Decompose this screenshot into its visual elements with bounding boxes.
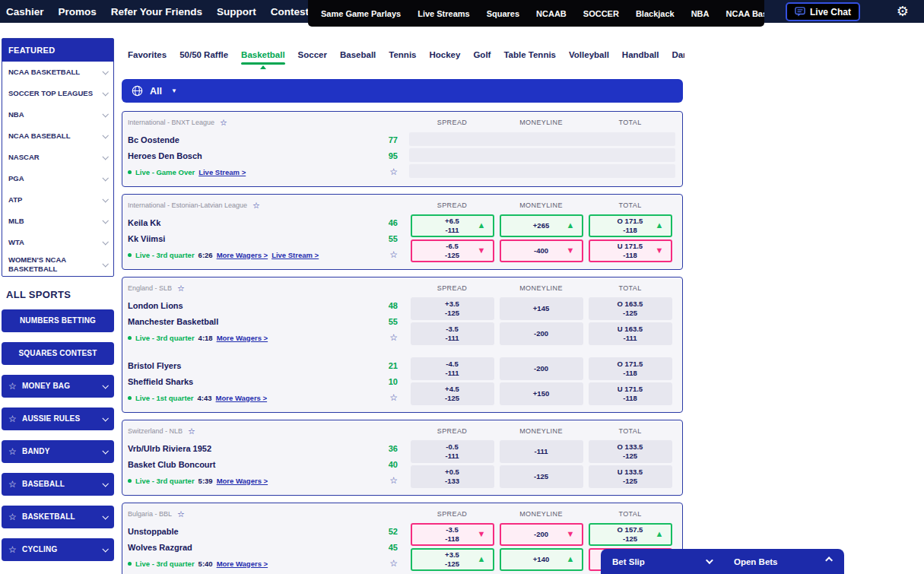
sidebar-item-ncaa-baseball[interactable]: NCAA BASEBALL bbox=[2, 125, 113, 147]
nav-cashier[interactable]: Cashier bbox=[6, 6, 44, 17]
odds-cell[interactable]: -400 bbox=[500, 239, 583, 262]
sidebar-item-womens-ncaa-basketball[interactable]: WOMEN'S NCAA BASKETBALL bbox=[2, 253, 113, 276]
odds-cell[interactable]: O 171.5-118 bbox=[589, 357, 672, 380]
nav-support[interactable]: Support bbox=[217, 6, 256, 17]
odds-cell[interactable]: -200 bbox=[500, 357, 583, 380]
tab-golf[interactable]: Golf bbox=[473, 50, 491, 59]
odds-cell[interactable]: O 163.5-125 bbox=[589, 297, 672, 320]
odds-cell[interactable]: -200 bbox=[500, 322, 583, 345]
sidebar-item-atp[interactable]: ATP bbox=[2, 189, 113, 211]
odds-cell[interactable]: U 171.5-118 bbox=[589, 239, 672, 262]
odds-cell[interactable]: O 133.5-125 bbox=[589, 440, 672, 463]
subnav-same-game-parlays[interactable]: Same Game Parlays bbox=[321, 9, 401, 18]
odds-cell[interactable]: +4.5-125 bbox=[411, 382, 494, 405]
favorite-star-icon[interactable]: ☆ bbox=[389, 332, 398, 343]
favorite-star-icon[interactable]: ☆ bbox=[188, 427, 195, 436]
sidebar-item-ncaa-basketball[interactable]: NCAA BASKETBALL bbox=[2, 62, 113, 83]
sidebar-item-nba[interactable]: NBA bbox=[2, 104, 113, 125]
subnav-live-streams[interactable]: Live Streams bbox=[418, 9, 469, 18]
odds-price: -118 bbox=[623, 251, 637, 260]
odds-cell[interactable]: O 171.5-118 bbox=[589, 214, 672, 237]
odds-cell[interactable]: +0.5-133 bbox=[411, 465, 494, 488]
favorite-star-icon[interactable]: ☆ bbox=[252, 201, 260, 211]
tab-darts[interactable]: Darts bbox=[672, 50, 684, 59]
odds-cell[interactable]: +3.5-125 bbox=[411, 548, 494, 571]
sidebar-button-cycling[interactable]: ☆CYCLING bbox=[2, 538, 114, 561]
nav-refer-your-friends[interactable]: Refer Your Friends bbox=[111, 6, 202, 17]
more-wagers-link[interactable]: More Wagers > bbox=[216, 394, 268, 402]
favorite-star-icon[interactable]: ☆ bbox=[220, 118, 227, 128]
sidebar-button-basketball[interactable]: ☆BASKETBALL bbox=[2, 506, 114, 528]
odds-cell[interactable]: -125 bbox=[500, 465, 583, 488]
tab-tennis[interactable]: Tennis bbox=[389, 50, 416, 59]
odds-price: -125 bbox=[445, 251, 459, 260]
more-wagers-link[interactable]: More Wagers > bbox=[217, 477, 268, 485]
tab-hockey[interactable]: Hockey bbox=[430, 50, 461, 59]
odds-cell[interactable]: +150 bbox=[500, 382, 583, 405]
favorite-star-icon[interactable]: ☆ bbox=[389, 475, 398, 486]
odds-cell[interactable]: -6.5-125 bbox=[411, 239, 494, 262]
sidebar-button-numbers-betting[interactable]: NUMBERS BETTING bbox=[2, 309, 114, 332]
favorite-star-icon[interactable]: ☆ bbox=[389, 249, 398, 260]
odds-cell[interactable]: -4.5-111 bbox=[411, 357, 494, 380]
odds-cell[interactable]: +3.5-125 bbox=[411, 297, 494, 320]
favorite-star-icon[interactable]: ☆ bbox=[177, 509, 185, 519]
sidebar-button-baseball[interactable]: ☆BASEBALL bbox=[2, 473, 114, 496]
nav-promos[interactable]: Promos bbox=[59, 6, 97, 17]
subnav-nba[interactable]: NBA bbox=[691, 9, 710, 18]
sidebar-item-wta[interactable]: WTA bbox=[2, 232, 113, 253]
more-wagers-link[interactable]: More Wagers > bbox=[217, 334, 268, 342]
odds-cell[interactable]: -0.5-111 bbox=[411, 440, 494, 463]
tab-5050-raffle[interactable]: 50/50 Raffle bbox=[179, 50, 228, 59]
more-wagers-link[interactable]: More Wagers > bbox=[217, 251, 268, 259]
odds-cell[interactable]: U 171.5-118 bbox=[589, 382, 672, 405]
odds-cell[interactable]: +265 bbox=[500, 214, 583, 237]
tab-handball[interactable]: Handball bbox=[622, 50, 659, 59]
sidebar-button-label: CYCLING bbox=[22, 545, 103, 553]
live-stream-link[interactable]: Live Stream > bbox=[271, 251, 319, 259]
odds-cell[interactable]: -3.5-118 bbox=[411, 523, 494, 546]
team-name: Keila Kk bbox=[128, 218, 160, 227]
subnav-soccer[interactable]: SOCCER bbox=[583, 9, 619, 18]
column-header-moneyline: MONEYLINE bbox=[497, 427, 586, 435]
sidebar-item-pga[interactable]: PGA bbox=[2, 168, 113, 189]
tab-table-tennis[interactable]: Table Tennis bbox=[503, 50, 556, 59]
sidebar-button-bandy[interactable]: ☆BANDY bbox=[2, 440, 114, 463]
sidebar-button-squares-contest[interactable]: SQUARES CONTEST bbox=[2, 342, 114, 365]
odds-cell[interactable]: O 157.5-125 bbox=[589, 523, 672, 546]
bet-slip-toggle[interactable]: Bet Slip bbox=[601, 549, 722, 574]
sidebar-button-money-bag[interactable]: ☆MONEY BAG bbox=[2, 375, 114, 398]
subnav-ncaab[interactable]: NCAAB bbox=[536, 9, 567, 18]
odds-cell[interactable]: -111 bbox=[500, 440, 583, 463]
odds-cell[interactable]: +6.5-111 bbox=[411, 214, 494, 237]
odds-cell[interactable]: U 163.5-111 bbox=[589, 322, 672, 345]
odds-cell[interactable]: -3.5-111 bbox=[411, 322, 494, 345]
odds-price: -125 bbox=[445, 394, 459, 403]
tab-soccer[interactable]: Soccer bbox=[298, 50, 327, 59]
tab-favorites[interactable]: Favorites bbox=[128, 50, 167, 59]
live-stream-link[interactable]: Live Stream > bbox=[198, 168, 246, 176]
open-bets-toggle[interactable]: Open Bets bbox=[722, 549, 844, 574]
subnav-squares[interactable]: Squares bbox=[487, 9, 519, 18]
more-wagers-link[interactable]: More Wagers > bbox=[217, 560, 268, 568]
odds-cell[interactable]: +140 bbox=[500, 548, 583, 571]
subnav-ncaa-baseball[interactable]: NCAA Baseball bbox=[726, 9, 765, 18]
tab-basketball[interactable]: Basketball bbox=[241, 50, 285, 59]
odds-cell[interactable]: +145 bbox=[500, 297, 583, 320]
tab-volleyball[interactable]: Volleyball bbox=[569, 50, 609, 59]
favorite-star-icon[interactable]: ☆ bbox=[389, 392, 398, 403]
tab-baseball[interactable]: Baseball bbox=[340, 50, 376, 59]
subnav-blackjack[interactable]: Blackjack bbox=[636, 9, 675, 18]
settings-gear-icon[interactable]: ⚙ bbox=[897, 3, 909, 20]
odds-cell[interactable]: U 133.5-125 bbox=[589, 465, 672, 488]
favorite-star-icon[interactable]: ☆ bbox=[177, 284, 185, 293]
live-chat-button[interactable]: Live Chat bbox=[786, 2, 860, 21]
favorite-star-icon[interactable]: ☆ bbox=[389, 166, 398, 177]
favorite-star-icon[interactable]: ☆ bbox=[389, 558, 398, 569]
sidebar-button-aussie-rules[interactable]: ☆AUSSIE RULES bbox=[2, 408, 114, 430]
sidebar-item-soccer-top-leagues[interactable]: SOCCER TOP LEAGUES bbox=[2, 83, 113, 104]
sidebar-item-mlb[interactable]: MLB bbox=[2, 211, 113, 232]
league-filter-dropdown[interactable]: All ▼ bbox=[122, 79, 683, 103]
odds-cell[interactable]: -200 bbox=[500, 523, 583, 546]
sidebar-item-nascar[interactable]: NASCAR bbox=[2, 147, 113, 168]
